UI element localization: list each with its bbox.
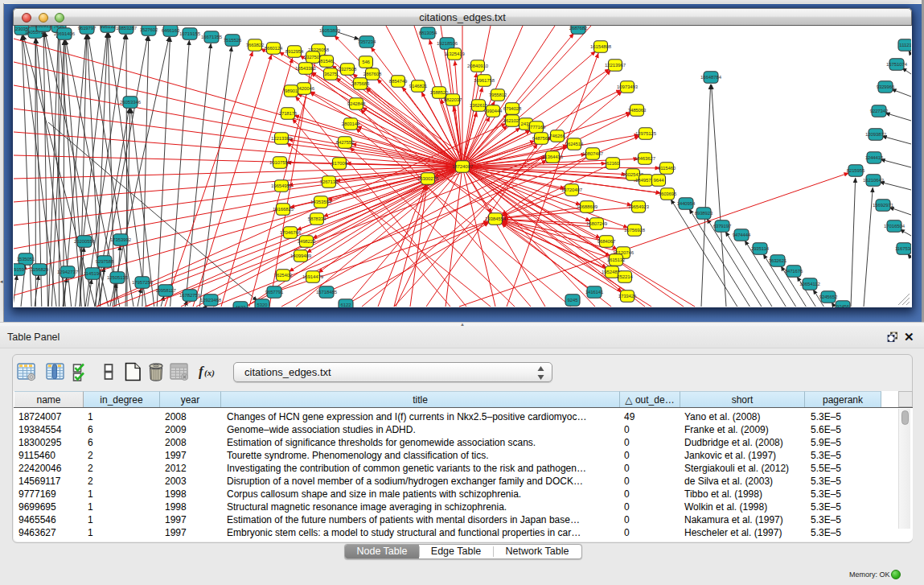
- svg-text:98901: 98901: [285, 89, 298, 93]
- svg-text:7625402: 7625402: [274, 273, 293, 278]
- svg-text:16671355: 16671355: [201, 35, 223, 39]
- svg-text:16210643: 16210643: [863, 178, 885, 183]
- svg-text:8854749: 8854749: [389, 79, 408, 84]
- svg-text:4633: 4633: [236, 305, 247, 307]
- svg-text:546: 546: [362, 60, 370, 64]
- svg-text:1615132: 1615132: [607, 257, 626, 262]
- svg-text:1588520: 1588520: [430, 90, 449, 95]
- svg-text:8813054: 8813054: [419, 31, 437, 35]
- svg-text:6487568: 6487568: [532, 136, 551, 141]
- svg-text:8822037: 8822037: [444, 97, 462, 102]
- svg-text:9777169: 9777169: [528, 125, 546, 130]
- svg-text:16914479: 16914479: [302, 274, 324, 279]
- svg-text:19218506: 19218506: [437, 41, 458, 46]
- svg-text:21364436: 21364436: [542, 154, 564, 159]
- svg-text:3603695: 3603695: [659, 192, 677, 196]
- svg-text:26053346: 26053346: [120, 100, 142, 105]
- svg-text:1362615: 1362615: [470, 103, 488, 108]
- svg-text:9245: 9245: [568, 298, 579, 303]
- svg-text:3498222: 3498222: [298, 239, 316, 244]
- svg-text:10958117: 10958117: [155, 288, 176, 293]
- svg-text:17957253: 17957253: [132, 280, 154, 285]
- svg-text:1244415: 1244415: [865, 155, 884, 160]
- svg-text:1145194: 1145194: [84, 271, 102, 276]
- svg-text:11121: 11121: [899, 43, 911, 47]
- svg-text:16782759: 16782759: [179, 293, 201, 298]
- svg-text:92456: 92456: [836, 304, 850, 307]
- svg-text:1733426: 1733426: [618, 294, 637, 299]
- svg-text:9474444: 9474444: [733, 233, 751, 237]
- svg-text:9227342: 9227342: [870, 109, 889, 113]
- svg-text:15300275: 15300275: [417, 176, 439, 181]
- svg-text:10688609: 10688609: [577, 204, 598, 209]
- svg-text:9619797: 9619797: [78, 26, 97, 31]
- svg-text:252214: 252214: [617, 274, 633, 279]
- svg-text:6794028: 6794028: [503, 106, 522, 111]
- svg-text:10756928: 10756928: [624, 228, 646, 233]
- svg-text:1440954: 1440954: [677, 201, 696, 206]
- svg-text:19654923: 19654923: [628, 204, 650, 209]
- svg-text:9329966: 9329966: [877, 84, 895, 89]
- svg-text:8912954: 8912954: [285, 49, 304, 54]
- svg-text:18724007: 18724007: [452, 164, 474, 169]
- svg-text:2687682: 2687682: [569, 26, 588, 31]
- svg-text:9115460: 9115460: [658, 166, 676, 171]
- svg-text:8427552: 8427552: [336, 140, 355, 145]
- svg-text:200915: 200915: [35, 26, 51, 28]
- svg-text:10973493: 10973493: [617, 84, 639, 89]
- svg-text:8471676: 8471676: [785, 269, 803, 274]
- svg-text:14099489: 14099489: [290, 253, 312, 258]
- svg-text:9146821: 9146821: [409, 84, 428, 89]
- svg-text:16053809: 16053809: [319, 28, 341, 33]
- svg-text:39159: 39159: [14, 267, 25, 272]
- svg-text:16807249: 16807249: [586, 221, 608, 226]
- svg-text:3624514: 3624514: [565, 142, 584, 146]
- svg-text:15751074: 15751074: [886, 62, 908, 67]
- svg-text:12213967: 12213967: [605, 63, 626, 68]
- svg-text:9242848: 9242848: [347, 101, 366, 106]
- svg-text:746266: 746266: [549, 134, 565, 138]
- svg-text:995132: 995132: [100, 26, 116, 29]
- svg-text:3267130: 3267130: [320, 179, 339, 184]
- svg-text:7955812: 7955812: [489, 93, 507, 97]
- svg-text:16154808: 16154808: [590, 44, 612, 49]
- svg-text:8215955: 8215955: [847, 168, 865, 173]
- svg-text:10719155: 10719155: [179, 31, 201, 36]
- svg-text:20840910: 20840910: [467, 64, 489, 68]
- svg-text:17046766: 17046766: [280, 230, 302, 235]
- svg-text:14353594: 14353594: [310, 200, 332, 204]
- svg-text:12923468: 12923468: [200, 298, 222, 303]
- svg-text:5320: 5320: [257, 303, 269, 307]
- svg-text:2718176: 2718176: [279, 111, 298, 116]
- svg-text:4990444: 4990444: [484, 109, 503, 113]
- svg-text:9657791: 9657791: [265, 290, 284, 295]
- svg-text:1535051: 1535051: [17, 257, 35, 262]
- svg-text:6379197: 6379197: [713, 224, 732, 229]
- svg-text:12093872: 12093872: [865, 132, 887, 137]
- svg-text:10654112: 10654112: [799, 282, 820, 286]
- svg-text:20200556: 20200556: [74, 239, 96, 244]
- svg-text:10807487: 10807487: [582, 151, 604, 156]
- svg-text:7485063: 7485063: [628, 108, 647, 113]
- svg-text:17016504: 17016504: [884, 224, 906, 229]
- svg-text:9327508: 9327508: [339, 67, 357, 72]
- svg-text:9297588: 9297588: [96, 259, 114, 264]
- svg-text:1167534: 1167534: [895, 246, 911, 251]
- svg-text:6122: 6122: [341, 303, 352, 307]
- svg-text:2935114: 2935114: [751, 246, 770, 251]
- svg-text:19654952: 19654952: [271, 183, 293, 188]
- svg-text:19384554: 19384554: [485, 216, 507, 221]
- svg-text:15692971: 15692971: [873, 203, 894, 208]
- svg-text:15718485: 15718485: [316, 290, 338, 295]
- svg-text:16648784: 16648784: [700, 75, 722, 80]
- svg-text:2803144: 2803144: [342, 122, 360, 126]
- svg-text:9245652: 9245652: [819, 295, 838, 299]
- svg-text:9644: 9644: [654, 178, 665, 183]
- svg-text:9684067: 9684067: [598, 239, 616, 244]
- svg-text:7663822: 7663822: [246, 43, 265, 47]
- svg-text:81546: 81546: [320, 59, 334, 64]
- svg-text:36275: 36275: [324, 72, 338, 76]
- svg-text:7357234: 7357234: [358, 39, 376, 44]
- svg-text:16961758: 16961758: [474, 78, 495, 83]
- svg-text:16543382: 16543382: [295, 66, 317, 71]
